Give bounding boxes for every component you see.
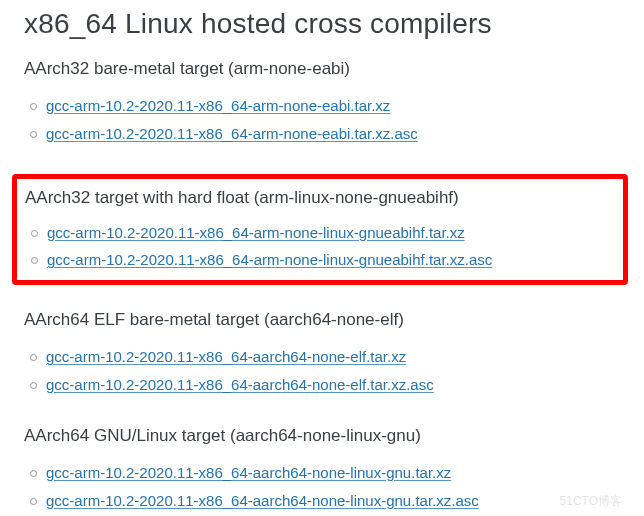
download-list: gcc-arm-10.2-2020.11-x86_64-arm-none-lin…	[25, 219, 615, 275]
download-link[interactable]: gcc-arm-10.2-2020.11-x86_64-aarch64-none…	[46, 376, 434, 393]
page-title: x86_64 Linux hosted cross compilers	[24, 8, 620, 40]
section-heading: AArch64 GNU/Linux target (aarch64-none-l…	[24, 425, 620, 447]
list-item: gcc-arm-10.2-2020.11-x86_64-arm-none-lin…	[25, 219, 615, 247]
list-item: gcc-arm-10.2-2020.11-x86_64-arm-none-eab…	[24, 92, 620, 120]
section-heading: AArch64 ELF bare-metal target (aarch64-n…	[24, 309, 620, 331]
download-link[interactable]: gcc-arm-10.2-2020.11-x86_64-aarch64-none…	[46, 492, 479, 509]
download-link[interactable]: gcc-arm-10.2-2020.11-x86_64-aarch64-none…	[46, 348, 406, 365]
download-link[interactable]: gcc-arm-10.2-2020.11-x86_64-arm-none-eab…	[46, 97, 390, 114]
list-item: gcc-arm-10.2-2020.11-x86_64-arm-none-eab…	[24, 120, 620, 148]
list-item: gcc-arm-10.2-2020.11-x86_64-arm-none-lin…	[25, 246, 615, 274]
section-heading: AArch32 target with hard float (arm-linu…	[25, 187, 615, 209]
download-link[interactable]: gcc-arm-10.2-2020.11-x86_64-arm-none-lin…	[47, 251, 492, 268]
download-list: gcc-arm-10.2-2020.11-x86_64-arm-none-eab…	[24, 92, 620, 148]
list-item: gcc-arm-10.2-2020.11-x86_64-aarch64-none…	[24, 371, 620, 399]
section-heading: AArch32 bare-metal target (arm-none-eabi…	[24, 58, 620, 80]
download-link[interactable]: gcc-arm-10.2-2020.11-x86_64-aarch64-none…	[46, 464, 451, 481]
download-link[interactable]: gcc-arm-10.2-2020.11-x86_64-arm-none-eab…	[46, 125, 418, 142]
list-item: gcc-arm-10.2-2020.11-x86_64-aarch64-none…	[24, 343, 620, 371]
download-list: gcc-arm-10.2-2020.11-x86_64-aarch64-none…	[24, 459, 620, 515]
download-link[interactable]: gcc-arm-10.2-2020.11-x86_64-arm-none-lin…	[47, 224, 465, 241]
list-item: gcc-arm-10.2-2020.11-x86_64-aarch64-none…	[24, 487, 620, 515]
download-section: AArch64 ELF bare-metal target (aarch64-n…	[24, 309, 620, 399]
download-list: gcc-arm-10.2-2020.11-x86_64-aarch64-none…	[24, 343, 620, 399]
list-item: gcc-arm-10.2-2020.11-x86_64-aarch64-none…	[24, 459, 620, 487]
download-section: AArch32 target with hard float (arm-linu…	[12, 174, 628, 286]
download-section: AArch64 GNU/Linux target (aarch64-none-l…	[24, 425, 620, 515]
download-section: AArch32 bare-metal target (arm-none-eabi…	[24, 58, 620, 148]
